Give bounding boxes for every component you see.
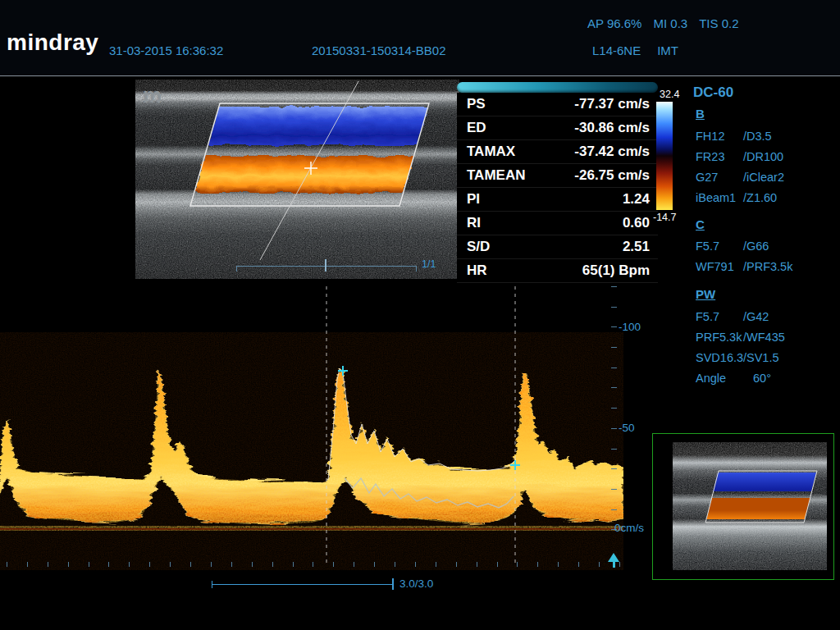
- param-value: /D3.5: [743, 130, 840, 143]
- param-value: /G42: [743, 310, 840, 323]
- bmode-scale-bar: [236, 266, 417, 267]
- param-row-b4[interactable]: iBeam1/Z1.60: [696, 191, 840, 204]
- result-row-pi: PI1.24: [457, 188, 658, 212]
- param-value: /iClear2: [743, 171, 840, 184]
- result-value: 1.24: [623, 191, 650, 208]
- param-value: WF791: [696, 260, 743, 273]
- thumbnail-flow-orange: [706, 498, 810, 519]
- result-row-ri: RI0.60: [457, 212, 658, 235]
- param-value: /DR100: [743, 150, 840, 163]
- param-value: F5.7: [696, 310, 743, 323]
- result-label: ED: [467, 120, 486, 136]
- baseline: [0, 528, 623, 530]
- param-value: /G66: [743, 240, 840, 253]
- param-row-angle[interactable]: Angle60°: [696, 372, 840, 385]
- param-row-b3[interactable]: G27/iClear2: [696, 171, 840, 184]
- param-value: F5.7: [696, 240, 743, 253]
- result-value: 2.51: [623, 239, 650, 255]
- results-panel: PS-77.37 cm/s ED-30.86 cm/s TAMAX-37.42 …: [457, 82, 658, 283]
- sweep-scale-bar: [212, 584, 393, 585]
- exam-mode-label: IMT: [657, 43, 678, 57]
- param-row-c2[interactable]: WF791/PRF3.5k: [696, 260, 840, 273]
- sweep-time-label: 3.0/3.0: [399, 578, 433, 590]
- velocity-label-100: -100: [619, 321, 641, 333]
- result-row-ed: ED-30.86 cm/s: [457, 116, 658, 140]
- sweep-position-arrow-icon: [608, 553, 619, 562]
- sweep-position-arrow-stem: [613, 562, 615, 568]
- results-rows: PS-77.37 cm/s ED-30.86 cm/s TAMAX-37.42 …: [457, 93, 658, 283]
- results-panel-header-bar: [457, 82, 658, 93]
- param-value: FH12: [696, 130, 743, 143]
- param-row-b1[interactable]: FH12/D3.5: [696, 130, 840, 143]
- flow-orange-band: [194, 156, 414, 193]
- spectral-svg: [0, 283, 623, 574]
- param-value: /SV1.5: [743, 351, 840, 364]
- section-title-pw: PW: [696, 287, 715, 301]
- result-label: S/D: [467, 239, 490, 255]
- result-value: -26.75 cm/s: [574, 167, 650, 184]
- result-label: HR: [467, 262, 487, 279]
- param-value: PRF5.3k: [696, 331, 743, 344]
- section-title-b: B: [696, 107, 705, 121]
- result-value: -37.42 cm/s: [574, 144, 650, 160]
- acoustic-power-label: AP 96.6%: [587, 16, 641, 30]
- probe-readout: L14-6NEIMT: [592, 43, 678, 57]
- bmode-scale-tick-right: [416, 266, 417, 272]
- bmode-scale-marker: [325, 259, 326, 272]
- result-row-sd: S/D2.51: [457, 235, 658, 259]
- result-value: -77.37 cm/s: [574, 96, 650, 112]
- result-label: TAMEAN: [467, 167, 525, 184]
- result-value: -30.86 cm/s: [574, 120, 650, 136]
- result-label: RI: [467, 215, 481, 231]
- param-row-pw1[interactable]: F5.7/G42: [696, 310, 840, 323]
- spectral-doppler-area: [0, 283, 623, 574]
- mi-label: MI 0.3: [653, 16, 687, 30]
- clip-thumbnail[interactable]: [652, 433, 834, 580]
- bmode-image: [135, 80, 459, 279]
- thumbnail-svg: [653, 434, 832, 578]
- param-value: SVD16.3: [696, 351, 743, 364]
- param-value: /PRF3.5k: [743, 260, 840, 273]
- colorbar-min-label: -14.7: [653, 212, 677, 223]
- velocity-label-50: -50: [619, 422, 635, 434]
- machine-model-label: DC-60: [693, 84, 733, 101]
- result-value: 0.60: [623, 215, 650, 231]
- param-value: /WF435: [743, 331, 840, 344]
- study-id-label: 20150331-150314-BB02: [312, 43, 445, 57]
- velocity-label-0: 0cm/s: [614, 522, 644, 534]
- param-value: G27: [696, 171, 743, 184]
- param-value: iBeam1: [696, 191, 743, 204]
- param-value: FR23: [696, 150, 743, 163]
- mindray-logo: mindray: [7, 30, 98, 56]
- flow-blue-band: [208, 107, 428, 145]
- result-row-tamax: TAMAX-37.42 cm/s: [457, 140, 658, 164]
- velocity-axis-ticks: [611, 286, 617, 531]
- param-row-c1[interactable]: F5.7/G66: [696, 240, 840, 253]
- param-row-pw3[interactable]: SVD16.3/SV1.5: [696, 351, 840, 364]
- top-bar: mindray 31-03-2015 16:36:32 20150331-150…: [0, 0, 840, 76]
- result-row-hr: HR65(1) Bpm: [457, 259, 658, 283]
- result-row-ps: PS-77.37 cm/s: [457, 93, 658, 116]
- color-scale-bar: [656, 102, 673, 210]
- result-label: PI: [467, 191, 480, 208]
- colorbar-max-label: 32.4: [660, 89, 679, 100]
- result-label: PS: [467, 96, 486, 112]
- image-watermark: m: [143, 83, 162, 108]
- result-row-tamean: TAMEAN-26.75 cm/s: [457, 164, 658, 188]
- bmode-svg: [135, 80, 459, 279]
- sweep-scale-tick-right: [392, 578, 394, 590]
- param-value: Angle: [696, 372, 753, 385]
- ultrasound-screen: mindray 31-03-2015 16:36:32 20150331-150…: [0, 0, 840, 630]
- param-value: 60°: [753, 372, 840, 385]
- probe-name-label: L14-6NE: [592, 43, 641, 57]
- tis-label: TIS 0.2: [699, 16, 738, 30]
- thumbnail-flow-blue: [713, 472, 816, 491]
- time-ruler: [7, 562, 620, 567]
- section-title-c: C: [696, 217, 705, 231]
- param-value: /Z1.60: [743, 191, 840, 204]
- bmode-scale-tick-left: [236, 266, 237, 272]
- param-row-pw2[interactable]: PRF5.3k/WF435: [696, 331, 840, 344]
- result-value: 65(1) Bpm: [582, 262, 650, 279]
- frame-counter: 1/1: [422, 258, 436, 270]
- param-row-b2[interactable]: FR23/DR100: [696, 150, 840, 163]
